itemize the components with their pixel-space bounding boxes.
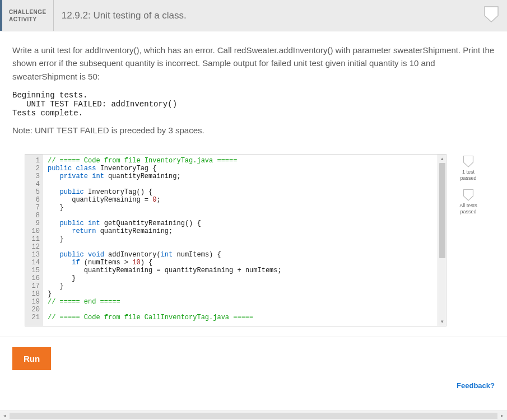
challenge-title: 12.9.2: Unit testing of a class.: [54, 0, 194, 31]
code-line: [48, 180, 441, 188]
challenge-badge-line2: ACTIVITY: [9, 16, 46, 23]
editor-vertical-scrollbar[interactable]: ▴ ▾: [438, 155, 446, 326]
challenge-title-text: Unit testing of a class.: [93, 10, 186, 21]
code-line: }: [48, 274, 441, 282]
code-line: // ===== Code from file CallInventoryTag…: [48, 314, 441, 321]
hscroll-track[interactable]: [10, 411, 497, 420]
status-one-test: 1 test passed: [460, 155, 476, 181]
code-editor[interactable]: 123456789101112131415161718192021 // ===…: [25, 154, 446, 326]
challenge-badge-line1: CHALLENGE: [9, 8, 46, 16]
note-text: Note: UNIT TEST FAILED is preceded by 3 …: [12, 125, 495, 135]
code-line: [48, 243, 441, 251]
run-row: Run: [0, 337, 507, 376]
prompt-text: Write a unit test for addInventory(), wh…: [12, 44, 495, 83]
code-line: [48, 306, 441, 314]
challenge-badge: CHALLENGE ACTIVITY: [0, 0, 54, 31]
code-line: private int quantityRemaining;: [48, 172, 441, 180]
content-area: Write a unit test for addInventory(), wh…: [0, 31, 507, 337]
scroll-thumb[interactable]: [439, 163, 445, 258]
code-line: public int getQuantityRemaining() {: [48, 220, 441, 227]
code-line: if (numItems > 10) {: [48, 259, 441, 267]
code-line: public class InventoryTag {: [48, 165, 441, 172]
sample-output: Beginning tests. UNIT TEST FAILED: addIn…: [12, 91, 495, 118]
code-line: public void addInventory(int numItems) {: [48, 251, 441, 259]
feedback-link[interactable]: Feedback?: [457, 381, 495, 390]
code-line: }: [48, 204, 441, 212]
code-line: [48, 212, 441, 220]
code-line: quantityRemaining = 0;: [48, 196, 441, 204]
code-area[interactable]: // ===== Code from file InventoryTag.jav…: [43, 155, 446, 326]
status-one-test-line2: passed: [460, 175, 476, 181]
horizontal-scrollbar[interactable]: ◂ ▸: [0, 410, 507, 420]
shield-icon: [483, 6, 499, 22]
code-line: }: [48, 282, 441, 290]
scroll-down-arrow-icon[interactable]: ▾: [438, 318, 446, 326]
status-one-test-line1: 1 test: [462, 169, 475, 175]
code-line: // ===== Code from file InventoryTag.jav…: [48, 157, 441, 165]
scroll-left-arrow-icon[interactable]: ◂: [0, 411, 10, 421]
workspace: 123456789101112131415161718192021 // ===…: [12, 154, 495, 326]
challenge-number: 12.9.2:: [62, 10, 91, 21]
code-line: }: [48, 235, 441, 243]
status-column: 1 test passed All tests passed: [454, 154, 482, 215]
hscroll-thumb[interactable]: [10, 413, 497, 419]
challenge-header: CHALLENGE ACTIVITY 12.9.2: Unit testing …: [0, 0, 507, 31]
shield-icon: [463, 189, 474, 201]
feedback-row: Feedback?: [0, 376, 507, 398]
code-line: return quantityRemaining;: [48, 227, 441, 235]
run-button[interactable]: Run: [12, 347, 51, 370]
status-all-tests-line1: All tests: [459, 203, 477, 209]
status-all-tests: All tests passed: [459, 189, 477, 215]
code-line: quantityRemaining = quantityRemaining + …: [48, 267, 441, 274]
scroll-track[interactable]: [438, 163, 446, 318]
scroll-right-arrow-icon[interactable]: ▸: [497, 411, 507, 421]
status-all-tests-line2: passed: [460, 209, 476, 215]
scroll-up-arrow-icon[interactable]: ▴: [438, 155, 446, 163]
header-status-badge: [483, 0, 507, 31]
code-line: }: [48, 290, 441, 298]
code-line: public InventoryTag() {: [48, 188, 441, 196]
line-number-gutter: 123456789101112131415161718192021: [25, 155, 43, 326]
shield-icon: [463, 155, 474, 167]
code-line: // ===== end =====: [48, 298, 441, 306]
